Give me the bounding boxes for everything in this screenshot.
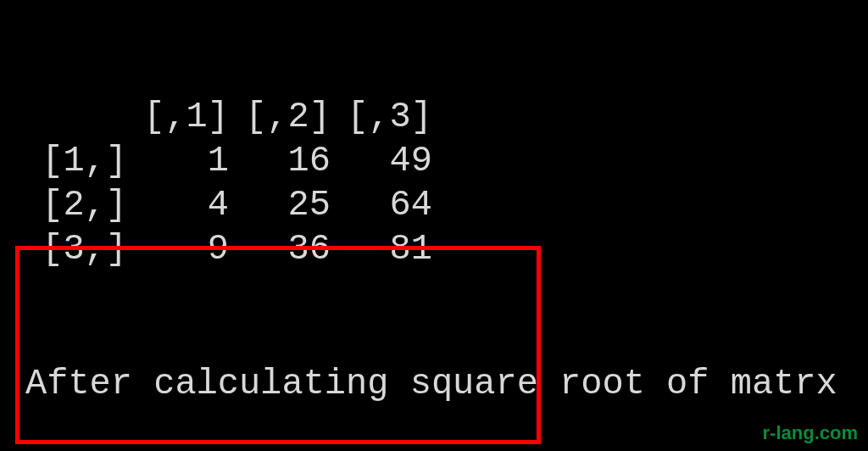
r-console-output: [,1] [,2] [,3] [1,] 1 16 49 [2,] 4 25 64… <box>0 0 868 451</box>
matrix-cell: 1 <box>127 139 229 183</box>
matrix-cell: 25 <box>229 183 331 227</box>
matrix-row: [3,] 9 36 81 <box>25 227 432 271</box>
matrix-row: [1,] 1 16 49 <box>25 139 432 183</box>
row-header: [1,] <box>25 139 127 183</box>
col-header: [,2] <box>229 95 331 139</box>
row-header: [3,] <box>25 227 127 271</box>
matrix-cell: 36 <box>229 227 331 271</box>
watermark-text: r-lang.com <box>763 422 858 444</box>
matrix-cell: 49 <box>331 139 432 183</box>
status-message: After calculating square root of matrx <box>25 362 843 406</box>
row-header: [2,] <box>25 183 127 227</box>
matrix-cell: 81 <box>331 227 432 271</box>
matrix-cell: 64 <box>331 183 432 227</box>
matrix-header-row: [,1] [,2] [,3] <box>25 95 432 139</box>
matrix-row: [2,] 4 25 64 <box>25 183 432 227</box>
col-header: [,3] <box>331 95 432 139</box>
matrix-cell: 16 <box>229 139 331 183</box>
col-header: [,1] <box>127 95 229 139</box>
matrix-cell: 4 <box>127 183 229 227</box>
matrix-cell: 9 <box>127 227 229 271</box>
matrix-original: [,1] [,2] [,3] [1,] 1 16 49 [2,] 4 25 64… <box>25 95 432 271</box>
